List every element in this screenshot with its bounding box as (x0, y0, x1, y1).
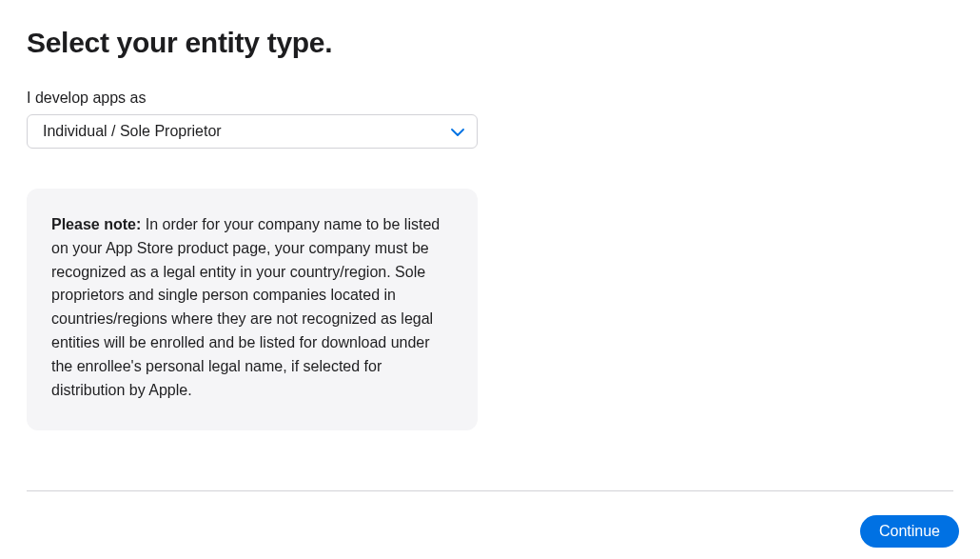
entity-type-select[interactable]: Individual / Sole Proprietor (27, 114, 478, 149)
entity-type-select-wrapper: Individual / Sole Proprietor (27, 114, 478, 149)
divider (27, 490, 953, 491)
page-title: Select your entity type. (27, 27, 953, 59)
note-box: Please note: In order for your company n… (27, 189, 478, 430)
note-label: Please note: (51, 216, 141, 232)
continue-button[interactable]: Continue (860, 515, 959, 548)
note-text: In order for your company name to be lis… (51, 216, 440, 398)
entity-type-label: I develop apps as (27, 90, 953, 107)
